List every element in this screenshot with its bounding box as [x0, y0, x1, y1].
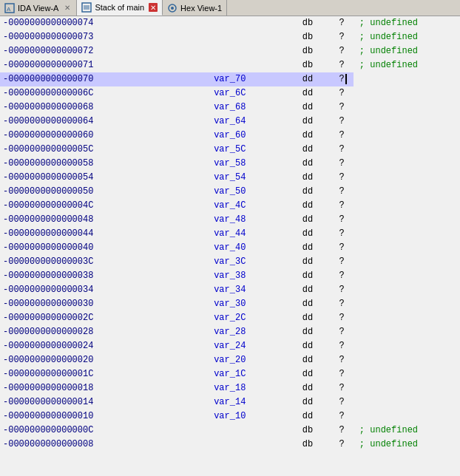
cell-value: ? [336, 58, 353, 72]
table-row[interactable]: -0000000000000038var_38dd? [0, 269, 460, 283]
cell-comment: ; undefined [354, 30, 460, 44]
table-row[interactable]: -0000000000000014var_14dd? [0, 395, 460, 409]
table-row[interactable]: -0000000000000072db?; undefined [0, 44, 460, 58]
cell-addr: -000000000000002C [0, 311, 214, 325]
cell-type: dd [300, 409, 336, 424]
cell-value: ? [336, 325, 353, 339]
table-row[interactable]: -000000000000002Cvar_2Cdd? [0, 311, 460, 325]
cell-addr: -0000000000000060 [0, 129, 214, 143]
table-row[interactable]: -0000000000000030var_30dd? [0, 297, 460, 311]
cell-type: db [300, 58, 336, 72]
table-row[interactable]: -0000000000000064var_64dd? [0, 115, 460, 129]
cell-value: ? [336, 72, 353, 86]
cell-type: dd [300, 72, 336, 86]
cell-value: ? [336, 438, 353, 452]
cell-value: ? [336, 227, 353, 241]
ida-view-icon: A [4, 3, 15, 13]
cell-value: ? [336, 367, 353, 381]
tab-stack-close[interactable]: ✕ [149, 3, 158, 12]
cell-label: var_3C [214, 255, 300, 269]
cell-type: dd [300, 227, 336, 241]
table-row[interactable]: -000000000000004Cvar_4Cdd? [0, 199, 460, 213]
table-row[interactable]: -0000000000000028var_28dd? [0, 325, 460, 339]
content-area[interactable]: -0000000000000074db?; undefined-00000000… [0, 16, 460, 476]
cell-value: ? [336, 283, 353, 297]
cell-label: var_24 [214, 339, 300, 353]
table-row[interactable]: -000000000000006Cvar_6Cdd? [0, 86, 460, 101]
table-row[interactable]: -000000000000001Cvar_1Cdd? [0, 367, 460, 381]
cell-type: dd [300, 395, 336, 409]
table-row[interactable]: -0000000000000068var_68dd? [0, 101, 460, 115]
cell-value: ? [336, 269, 353, 283]
cell-value: ? [336, 424, 353, 438]
cell-label: var_6C [214, 86, 300, 101]
table-row[interactable]: -0000000000000070var_70dd? [0, 72, 460, 86]
cell-label: var_10 [214, 409, 300, 424]
cell-label: var_1C [214, 367, 300, 381]
cell-type: db [300, 44, 336, 58]
tab-hex-view-1[interactable]: Hex View-1 [163, 0, 227, 16]
table-row[interactable]: -0000000000000060var_60dd? [0, 129, 460, 143]
table-row[interactable]: -0000000000000058var_58dd? [0, 157, 460, 171]
cell-type: dd [300, 297, 336, 311]
table-row[interactable]: -0000000000000010var_10dd? [0, 409, 460, 424]
cell-label: var_48 [214, 213, 300, 227]
table-row[interactable]: -0000000000000071db?; undefined [0, 58, 460, 72]
svg-point-7 [171, 7, 174, 10]
cell-comment: ; undefined [354, 16, 460, 30]
tab-ida-view-a[interactable]: A IDA View-A ✕ [0, 0, 77, 16]
cell-label: var_34 [214, 283, 300, 297]
cell-label: var_18 [214, 381, 300, 395]
cell-addr: -0000000000000068 [0, 101, 214, 115]
cell-addr: -0000000000000064 [0, 115, 214, 129]
cell-value: ? [336, 199, 353, 213]
cell-addr: -000000000000003C [0, 255, 214, 269]
cell-type: dd [300, 157, 336, 171]
cell-label: var_2C [214, 311, 300, 325]
cell-type: dd [300, 241, 336, 255]
cell-addr: -0000000000000070 [0, 72, 214, 86]
table-row[interactable]: -000000000000003Cvar_3Cdd? [0, 255, 460, 269]
cell-label: var_28 [214, 325, 300, 339]
cell-type: db [300, 424, 336, 438]
table-row[interactable]: -0000000000000044var_44dd? [0, 227, 460, 241]
cell-addr: -0000000000000071 [0, 58, 214, 72]
table-row[interactable]: -0000000000000050var_50dd? [0, 185, 460, 199]
cell-value: ? [336, 297, 353, 311]
cell-addr: -0000000000000034 [0, 283, 214, 297]
cell-type: dd [300, 353, 336, 367]
cell-label [214, 30, 300, 44]
cell-type: dd [300, 199, 336, 213]
table-row[interactable]: -0000000000000048var_48dd? [0, 213, 460, 227]
cell-addr: -0000000000000018 [0, 381, 214, 395]
cell-value: ? [336, 381, 353, 395]
cell-comment: ; undefined [354, 58, 460, 72]
cell-value: ? [336, 339, 353, 353]
table-row[interactable]: -0000000000000074db?; undefined [0, 16, 460, 30]
tab-stack-of-main[interactable]: Stack of main ✕ [77, 0, 163, 16]
cell-label: var_44 [214, 227, 300, 241]
table-row[interactable]: -0000000000000054var_54dd? [0, 171, 460, 185]
cell-addr: -0000000000000014 [0, 395, 214, 409]
cell-addr: -0000000000000020 [0, 353, 214, 367]
hex-view-icon [167, 3, 177, 13]
table-row[interactable]: -0000000000000034var_34dd? [0, 283, 460, 297]
cell-label [214, 58, 300, 72]
table-row[interactable]: -0000000000000018var_18dd? [0, 381, 460, 395]
tab-bar: A IDA View-A ✕ Stack of main ✕ Hex View-… [0, 0, 460, 16]
table-row[interactable]: -0000000000000020var_20dd? [0, 353, 460, 367]
cell-label [214, 438, 300, 452]
cell-value: ? [336, 157, 353, 171]
table-row[interactable]: -0000000000000024var_24dd? [0, 339, 460, 353]
cell-addr: -0000000000000050 [0, 185, 214, 199]
table-row[interactable]: -0000000000000008db?; undefined [0, 438, 460, 452]
cell-addr: -0000000000000024 [0, 339, 214, 353]
table-row[interactable]: -0000000000000040var_40dd? [0, 241, 460, 255]
table-row[interactable]: -000000000000005Cvar_5Cdd? [0, 143, 460, 157]
tab-ida-close[interactable]: ✕ [63, 4, 72, 13]
table-row[interactable]: -0000000000000073db?; undefined [0, 30, 460, 44]
cell-type: dd [300, 311, 336, 325]
cell-value: ? [336, 255, 353, 269]
cell-value: ? [336, 311, 353, 325]
table-row[interactable]: -000000000000000Cdb?; undefined [0, 424, 460, 438]
